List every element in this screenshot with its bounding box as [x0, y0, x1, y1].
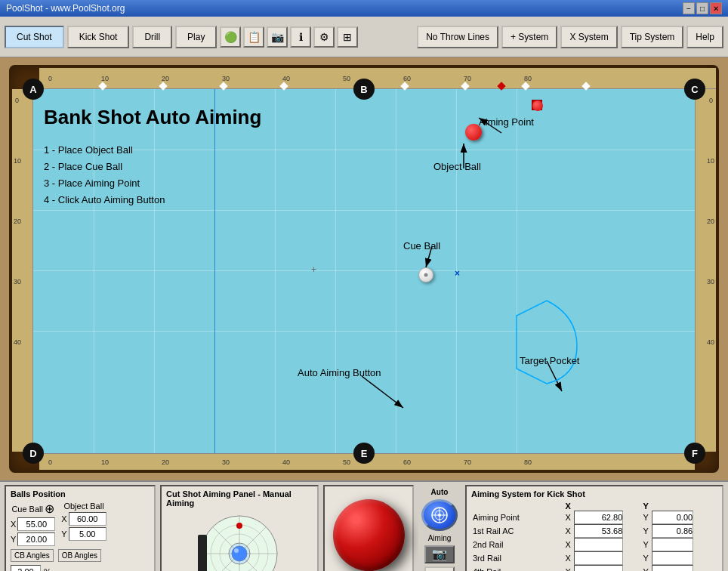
center-cross: + — [311, 264, 316, 275]
app-title: PoolShot - www.PoolShot.org — [6, 3, 683, 14]
row4-y-input[interactable] — [652, 565, 693, 571]
row2-y-input[interactable] — [652, 538, 693, 551]
toolbar: Cut Shot Kick Shot Drill Play 🟢 📋 📷 ℹ ⚙ … — [0, 17, 728, 57]
cut-aim-title: Cut Shot Aiming Panel - Manual Aiming — [163, 488, 316, 509]
tab-kick-shot[interactable]: Kick Shot — [67, 26, 130, 48]
cb-angles-label: CB Angles — [14, 551, 50, 560]
felt-area[interactable]: Bank Shot Auto Aiming 1 - Place Object B… — [33, 89, 695, 453]
bottom-panel: Balls Position Cue Ball ⊕ X Y — [0, 480, 728, 571]
corner-b: B — [353, 79, 375, 100]
cut-shot-aiming-panel: Cut Shot Aiming Panel - Manual Aiming — [160, 485, 319, 571]
aim-system-panel: Aiming System for Kick Shot X Y Aiming P… — [465, 485, 723, 571]
icon-gear[interactable]: ⚙ — [313, 26, 335, 48]
aiming-point-dot[interactable] — [532, 100, 542, 110]
percent-label: % — [44, 567, 51, 571]
ball-display — [333, 499, 405, 571]
object-ball-pos-label: Object Ball — [63, 502, 103, 511]
row0-label: Aiming Point — [471, 511, 562, 524]
aim-system-title: Aiming System for Kick Shot — [471, 489, 717, 498]
corner-a: A — [23, 79, 44, 100]
tab-cut-shot[interactable]: Cut Shot — [5, 26, 64, 48]
svg-rect-14 — [198, 535, 207, 571]
aiming-label: Aiming — [428, 534, 452, 542]
close-button[interactable]: ✕ — [710, 2, 722, 14]
x-header: X — [562, 502, 574, 511]
icon-info[interactable]: ℹ — [290, 26, 311, 48]
row4-x-input[interactable] — [574, 565, 623, 571]
obj-x-label: X — [61, 514, 66, 523]
no-throw-button[interactable]: No Throw Lines — [417, 26, 498, 48]
toolbar-icon-group: 🟢 📋 📷 ℹ ⚙ ⊞ — [220, 26, 358, 48]
icon-grid[interactable]: ⊞ — [337, 26, 358, 48]
aim-sys-row-1: 1st Rail AC X Y — [471, 524, 717, 538]
ball-display-panel — [323, 485, 414, 571]
row2-x-input[interactable] — [574, 538, 623, 551]
auto-aim-button[interactable] — [421, 499, 458, 531]
balls-position-panel: Balls Position Cue Ball ⊕ X Y — [5, 485, 156, 571]
object-ball-label: Object Ball — [433, 161, 481, 172]
aim-cross: × — [455, 268, 460, 279]
instructions: 1 - Place Object Ball 2 - Place Cue Ball… — [44, 142, 165, 208]
tab-play[interactable]: Play — [175, 26, 217, 48]
row4-label: 4th Rail — [471, 565, 562, 571]
minimize-button[interactable]: − — [683, 2, 695, 14]
aim-sys-row-2: 2nd Rail X Y — [471, 538, 717, 551]
cue-ball-label: Cue Ball — [403, 240, 440, 252]
cue-x-input[interactable] — [17, 517, 55, 531]
aim-sys-row-0: Aiming Point X Y — [471, 511, 717, 524]
ruler-right: 0 10 20 30 40 — [695, 89, 716, 452]
row2-label: 2nd Rail — [471, 538, 562, 551]
row0-y-input[interactable] — [652, 511, 693, 524]
row0-x-input[interactable] — [574, 511, 623, 524]
icon-list[interactable]: 📋 — [243, 26, 264, 48]
ob-angles-label: OB Angles — [62, 551, 97, 560]
object-ball[interactable] — [465, 124, 482, 140]
svg-point-18 — [236, 523, 242, 529]
auto-aiming-button-label: Auto Aiming Button — [298, 367, 381, 378]
row1-y-input[interactable] — [652, 524, 693, 538]
polar-diagram-container: 0 — [163, 509, 316, 571]
cue-ball[interactable] — [418, 267, 433, 282]
row1-x-input[interactable] — [574, 524, 623, 538]
titlebar: PoolShot - www.PoolShot.org − □ ✕ — [0, 0, 728, 17]
plus-system-button[interactable]: + System — [501, 26, 557, 48]
x-system-button[interactable]: X System — [560, 26, 617, 48]
aim-system-table: X Y Aiming Point X Y 1st Rail AC X — [471, 502, 717, 571]
svg-point-16 — [232, 546, 247, 561]
obj-x-input[interactable] — [69, 512, 106, 526]
icon-camera[interactable]: 📷 — [267, 26, 288, 48]
corner-e: E — [353, 443, 375, 464]
tips-button[interactable]: Tips — [424, 566, 455, 571]
tab-drill[interactable]: Drill — [132, 26, 172, 48]
aiming-point-label: Aiming Point — [479, 116, 534, 128]
aim-sys-row-4: 4th Rail X Y — [471, 565, 717, 571]
icon-green-circle[interactable]: 🟢 — [220, 26, 241, 48]
cue-ball-move-icon[interactable]: ⊕ — [45, 502, 54, 516]
pool-table-area[interactable]: 0 10 20 30 40 50 60 70 80 0 10 20 30 40 … — [0, 57, 728, 480]
help-button[interactable]: Help — [686, 26, 723, 48]
ruler-top: 0 10 20 30 40 50 60 70 80 — [39, 68, 716, 89]
svg-point-17 — [234, 548, 239, 553]
ruler-left: 0 10 20 30 40 — [12, 89, 33, 452]
aim-sys-row-3: 3rd Rail X Y — [471, 551, 717, 565]
obj-y-label: Y — [61, 529, 66, 539]
row3-x-input[interactable] — [574, 551, 623, 565]
row1-label: 1st Rail AC — [471, 524, 562, 538]
corner-f: F — [684, 443, 705, 464]
y-header: Y — [640, 502, 652, 511]
row3-y-input[interactable] — [652, 551, 693, 565]
maximize-button[interactable]: □ — [696, 2, 708, 14]
corner-d: D — [23, 443, 44, 464]
obj-y-input[interactable] — [69, 527, 106, 541]
cue-y-input[interactable] — [17, 532, 55, 546]
tip-system-button[interactable]: Tip System — [621, 26, 684, 48]
corner-c: C — [684, 79, 705, 100]
cue-x-label: X — [11, 520, 16, 529]
target-icon — [429, 505, 450, 526]
balls-position-title: Balls Position — [11, 489, 150, 498]
percent-input[interactable] — [11, 565, 41, 571]
row3-label: 3rd Rail — [471, 551, 562, 565]
camera-button[interactable]: 📷 — [424, 545, 455, 563]
cue-ball-pos-label: Cue Ball — [11, 505, 43, 514]
cue-y-label: Y — [11, 535, 16, 544]
